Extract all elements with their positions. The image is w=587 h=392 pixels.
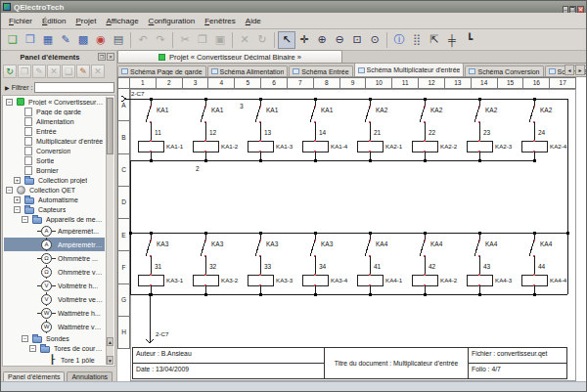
diagram-properties-button[interactable]: ⣿ bbox=[408, 31, 426, 49]
contact-branch-ka4-1[interactable]: KA441KA4-1 bbox=[357, 232, 403, 296]
contact-branch-ka2-4[interactable]: KA224KA2-4 bbox=[521, 98, 567, 162]
tree-item-wattmetre-h[interactable]: WWattmètre h... bbox=[4, 306, 105, 320]
tree-item-voltmetre-vertical[interactable]: VVoltmètre vertical bbox=[4, 292, 105, 306]
menu-projet[interactable]: Projet bbox=[70, 15, 101, 27]
tab-scroll-left-button[interactable]: ◂ bbox=[564, 65, 574, 75]
tree-scrollbar[interactable]: ▲ ▼ bbox=[106, 97, 113, 365]
tree-item-appareils-de-mesure[interactable]: −Appareils de mesure bbox=[4, 214, 105, 224]
tree-item-conversion[interactable]: Conversion bbox=[4, 146, 105, 155]
conductor-straight-button[interactable]: ╪ bbox=[443, 31, 461, 49]
contact-branch-ka4-3[interactable]: KA443KA4-3 bbox=[467, 232, 513, 296]
tree-item-wattmetre-ver[interactable]: WWattmètre ver... bbox=[4, 320, 105, 333]
tab-schema-page-de-garde[interactable]: Schéma Page de garde bbox=[117, 65, 206, 76]
tree-item-page-de-garde[interactable]: Page de garde bbox=[4, 107, 105, 116]
zoom-fit-button[interactable]: ⊡ bbox=[348, 31, 366, 49]
folio-reference-bottom[interactable]: 2-C7 bbox=[146, 293, 169, 344]
tab-scroll-right-button[interactable]: ▸ bbox=[575, 65, 585, 75]
title-bar[interactable]: QElectroTech –❒✕ bbox=[1, 1, 586, 13]
tab-schema-conversion[interactable]: Schéma Conversion bbox=[465, 65, 543, 76]
tree-item-projet-convertisseur-deci[interactable]: −Projet « Convertisseur Déci... bbox=[4, 97, 105, 107]
contact-branch-ka3-1[interactable]: KA331KA3-1 bbox=[138, 232, 184, 296]
contact-branch-ka3-4[interactable]: KA334KA3-4 bbox=[302, 232, 348, 296]
contact-branch-ka1-4[interactable]: KA114KA1-4 bbox=[302, 98, 348, 162]
save-as-button[interactable]: ✎ bbox=[57, 31, 74, 49]
zoom-reset-button[interactable]: ⊙ bbox=[366, 31, 384, 49]
tree-item-collection-qet[interactable]: −Collection QET bbox=[4, 185, 105, 195]
tree-item-bornier[interactable]: Bornier bbox=[4, 165, 105, 175]
edit-element-button[interactable]: ✎ bbox=[76, 65, 90, 78]
menu-edition[interactable]: Édition bbox=[37, 15, 70, 27]
conductors[interactable]: 32 bbox=[126, 99, 569, 294]
collapse-icon[interactable]: − bbox=[6, 187, 13, 194]
dock-float-button[interactable]: ❐ bbox=[98, 53, 106, 61]
tree-item-sondes[interactable]: −Sondes bbox=[4, 333, 105, 343]
menu-affichage[interactable]: Affichage bbox=[101, 15, 143, 27]
diagram-canvas[interactable]: 1234567891011121314151617 ABCDEFGH 322-C… bbox=[117, 77, 586, 381]
scrollbar-thumb[interactable] bbox=[107, 98, 113, 154]
collapse-icon[interactable]: − bbox=[29, 345, 36, 352]
dock-tab-panel-d-elements[interactable]: Panel d'éléments bbox=[3, 371, 65, 381]
tree-item-sortie[interactable]: Sortie bbox=[4, 155, 105, 165]
tree-item-alimentation[interactable]: Alimentation bbox=[4, 116, 105, 126]
print-button[interactable]: ▤ bbox=[110, 31, 127, 49]
tab-schema-alimentation[interactable]: Schéma Alimentation bbox=[207, 65, 289, 76]
tree-item-entree[interactable]: Entrée bbox=[4, 126, 105, 136]
tree-item-ohmmetre[interactable]: ΩOhmmètre ... bbox=[4, 251, 105, 265]
folio-reference-top[interactable]: 2-C7 bbox=[121, 90, 145, 102]
title-block[interactable]: Auteur : B.Ansieau Date : 13/04/2009 Tit… bbox=[132, 347, 567, 379]
filter-input[interactable] bbox=[34, 82, 114, 93]
svg-text:KA1-4: KA1-4 bbox=[331, 143, 348, 150]
select-tool-button[interactable]: ↖ bbox=[278, 31, 295, 49]
menu-fenetres[interactable]: Fenêtres bbox=[200, 15, 241, 27]
tree-item-tore-1-pole[interactable]: ┠Tore 1 pôle bbox=[4, 353, 105, 367]
save-button[interactable]: ▦ bbox=[39, 31, 57, 49]
scrollbar-down-button[interactable]: ▼ bbox=[107, 356, 113, 365]
tree-item-amperemet[interactable]: AAmpèremèt... bbox=[4, 224, 105, 238]
conductor-select-button[interactable]: ⇱ bbox=[426, 31, 443, 49]
tree-item-ohmmetre-vert[interactable]: ΩOhmmètre vert... bbox=[4, 265, 105, 279]
new-document-button[interactable]: ❑ bbox=[4, 31, 22, 49]
dock-close-button[interactable]: ✕ bbox=[107, 53, 114, 61]
collapse-icon[interactable]: − bbox=[22, 335, 28, 342]
contact-branch-ka2-1[interactable]: KA221KA2-1 bbox=[357, 98, 403, 162]
tree-item-collection-projet[interactable]: +Collection projet bbox=[4, 175, 105, 185]
pan-tool-button[interactable]: ✛ bbox=[295, 31, 313, 49]
contact-branch-ka2-3[interactable]: KA223KA2-3 bbox=[467, 98, 513, 162]
dock-tab-annulations[interactable]: Annulations bbox=[67, 371, 113, 381]
menu-aide[interactable]: Aide bbox=[241, 15, 266, 27]
contact-branch-ka4-4[interactable]: KA444KA4-4 bbox=[521, 232, 567, 296]
open-project-button[interactable]: ❒ bbox=[22, 31, 39, 49]
tab-schema-entree[interactable]: Schéma Entrée bbox=[289, 65, 352, 76]
contact-branch-ka3-2[interactable]: KA332KA3-2 bbox=[193, 232, 239, 296]
tree-item-capteurs[interactable]: −Capteurs bbox=[4, 204, 105, 214]
tree-item-automatisme[interactable]: +Automatisme bbox=[4, 195, 105, 204]
expand-icon[interactable]: + bbox=[14, 196, 21, 203]
expand-icon[interactable]: + bbox=[14, 177, 21, 184]
zoom-in-button[interactable]: ⊕ bbox=[313, 31, 331, 49]
tab-schema-multiplicateur-d-entree[interactable]: Schéma Multiplicateur d'entrée bbox=[354, 63, 465, 76]
tree-item-tores-de-courant[interactable]: −Tores de courant bbox=[4, 343, 105, 353]
contact-branch-ka1-2[interactable]: KA112KA1-2 bbox=[193, 98, 239, 162]
scrollbar-up-button[interactable]: ▲ bbox=[107, 337, 113, 346]
tree-item-voltmetre-h[interactable]: VVoltmètre h... bbox=[4, 279, 105, 292]
zoom-out-button[interactable]: ⊖ bbox=[331, 31, 348, 49]
contact-branch-ka1-3[interactable]: KA113KA1-3 bbox=[248, 98, 294, 162]
save-all-button[interactable]: ▩ bbox=[74, 31, 92, 49]
schematic[interactable]: 322-C72-C7KA111KA1-1KA112KA1-2KA113KA1-3… bbox=[117, 77, 577, 381]
contact-branch-ka1-1[interactable]: KA111KA1-1 bbox=[138, 98, 184, 162]
menu-fichier[interactable]: Fichier bbox=[4, 15, 37, 27]
conductor-angled-button[interactable]: ┗ bbox=[461, 31, 478, 49]
reload-collections-button[interactable]: ↻ bbox=[3, 65, 17, 78]
project-tab[interactable]: Projet « Convertisseur Décimal Binaire » bbox=[117, 50, 342, 63]
tree-item-multiplicateur-d-entree[interactable]: Multiplicateur d'entrée bbox=[4, 136, 105, 146]
collapse-icon[interactable]: − bbox=[6, 99, 13, 106]
info-button[interactable]: ⓘ bbox=[390, 31, 408, 49]
collapse-icon[interactable]: − bbox=[14, 206, 21, 213]
menu-configuration[interactable]: Configuration bbox=[144, 15, 201, 27]
close-file-button[interactable]: ◉ bbox=[92, 31, 110, 49]
contact-branch-ka4-2[interactable]: KA442KA4-2 bbox=[412, 232, 458, 296]
contact-branch-ka3-3[interactable]: KA333KA3-3 bbox=[248, 232, 294, 296]
collapse-icon[interactable]: − bbox=[22, 216, 28, 223]
tree-item-amperemetre-v[interactable]: AAmpèremètre v... bbox=[4, 238, 105, 251]
contact-branch-ka2-2[interactable]: KA222KA2-2 bbox=[412, 98, 458, 162]
